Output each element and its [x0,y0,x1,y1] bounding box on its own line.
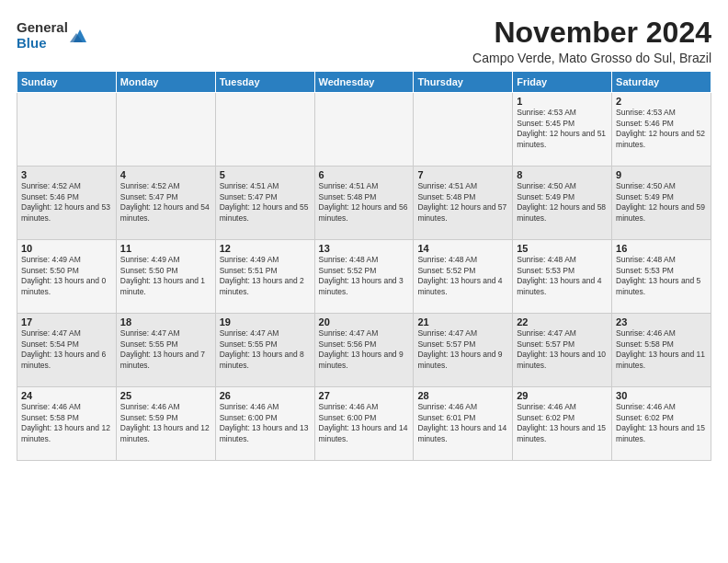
day-number: 10 [21,243,112,254]
table-row: 7Sunrise: 4:51 AMSunset: 5:48 PMDaylight… [414,167,513,240]
table-row: 4Sunrise: 4:52 AMSunset: 5:47 PMDaylight… [116,167,215,240]
calendar-week-1: 1Sunrise: 4:53 AMSunset: 5:45 PMDaylight… [17,93,711,167]
table-row: 21Sunrise: 4:47 AMSunset: 5:57 PMDayligh… [414,314,513,387]
col-tuesday: Tuesday [215,72,314,93]
table-row: 12Sunrise: 4:49 AMSunset: 5:51 PMDayligh… [215,240,314,314]
day-info: Sunrise: 4:46 AMSunset: 6:02 PMDaylight:… [517,402,608,444]
table-row: 19Sunrise: 4:47 AMSunset: 5:55 PMDayligh… [215,314,314,387]
day-number: 17 [21,316,112,327]
day-info: Sunrise: 4:46 AMSunset: 6:00 PMDaylight:… [220,402,311,444]
day-info: Sunrise: 4:53 AMSunset: 5:46 PMDaylight:… [616,108,707,150]
table-row: 5Sunrise: 4:51 AMSunset: 5:47 PMDaylight… [215,167,314,240]
day-number: 9 [616,169,707,180]
day-info: Sunrise: 4:51 AMSunset: 5:47 PMDaylight:… [220,181,311,224]
table-row: 1Sunrise: 4:53 AMSunset: 5:45 PMDaylight… [513,93,612,167]
day-number: 8 [517,169,608,180]
day-number: 15 [517,243,608,254]
table-row: 9Sunrise: 4:50 AMSunset: 5:49 PMDaylight… [612,167,711,240]
logo-blue: Blue [17,36,68,52]
day-info: Sunrise: 4:46 AMSunset: 6:01 PMDaylight:… [417,402,508,444]
table-row: 28Sunrise: 4:46 AMSunset: 6:01 PMDayligh… [414,387,513,461]
day-info: Sunrise: 4:52 AMSunset: 5:46 PMDaylight:… [21,181,112,224]
day-info: Sunrise: 4:46 AMSunset: 5:59 PMDaylight:… [120,402,211,444]
col-saturday: Saturday [612,72,711,93]
logo: General Blue [17,20,90,51]
day-number: 29 [517,390,608,401]
day-info: Sunrise: 4:51 AMSunset: 5:48 PMDaylight:… [319,181,410,224]
col-sunday: Sunday [17,72,117,93]
day-info: Sunrise: 4:46 AMSunset: 5:58 PMDaylight:… [21,402,112,444]
day-number: 2 [616,96,707,107]
table-row: 27Sunrise: 4:46 AMSunset: 6:00 PMDayligh… [314,387,414,461]
day-info: Sunrise: 4:51 AMSunset: 5:48 PMDaylight:… [417,181,508,224]
day-info: Sunrise: 4:47 AMSunset: 5:55 PMDaylight:… [120,328,211,371]
day-number: 11 [120,243,211,254]
table-row: 30Sunrise: 4:46 AMSunset: 6:02 PMDayligh… [612,387,711,461]
table-row [314,93,414,167]
table-row: 22Sunrise: 4:47 AMSunset: 5:57 PMDayligh… [513,314,612,387]
day-number: 20 [319,316,410,327]
day-info: Sunrise: 4:52 AMSunset: 5:47 PMDaylight:… [120,181,211,224]
table-row: 23Sunrise: 4:46 AMSunset: 5:58 PMDayligh… [612,314,711,387]
table-row: 14Sunrise: 4:48 AMSunset: 5:52 PMDayligh… [414,240,513,314]
table-row: 29Sunrise: 4:46 AMSunset: 6:02 PMDayligh… [513,387,612,461]
table-row: 17Sunrise: 4:47 AMSunset: 5:54 PMDayligh… [17,314,117,387]
day-info: Sunrise: 4:47 AMSunset: 5:55 PMDaylight:… [220,328,311,371]
table-row: 13Sunrise: 4:48 AMSunset: 5:52 PMDayligh… [314,240,414,314]
col-thursday: Thursday [414,72,513,93]
title-block: November 2024 Campo Verde, Mato Grosso d… [472,17,711,65]
day-info: Sunrise: 4:47 AMSunset: 5:57 PMDaylight:… [417,328,508,371]
day-number: 21 [417,316,508,327]
day-number: 13 [319,243,410,254]
table-row [17,93,117,167]
day-info: Sunrise: 4:47 AMSunset: 5:57 PMDaylight:… [517,328,608,371]
table-row: 8Sunrise: 4:50 AMSunset: 5:49 PMDaylight… [513,167,612,240]
table-row: 26Sunrise: 4:46 AMSunset: 6:00 PMDayligh… [215,387,314,461]
day-number: 30 [616,390,707,401]
table-row: 16Sunrise: 4:48 AMSunset: 5:53 PMDayligh… [612,240,711,314]
day-number: 25 [120,390,211,401]
day-info: Sunrise: 4:53 AMSunset: 5:45 PMDaylight:… [517,108,608,150]
day-info: Sunrise: 4:46 AMSunset: 5:58 PMDaylight:… [616,328,707,371]
table-row: 3Sunrise: 4:52 AMSunset: 5:46 PMDaylight… [17,167,117,240]
day-info: Sunrise: 4:47 AMSunset: 5:54 PMDaylight:… [21,328,112,371]
day-number: 23 [616,316,707,327]
calendar-week-3: 10Sunrise: 4:49 AMSunset: 5:50 PMDayligh… [17,240,711,314]
col-wednesday: Wednesday [314,72,414,93]
day-number: 5 [220,169,311,180]
day-info: Sunrise: 4:50 AMSunset: 5:49 PMDaylight:… [517,181,608,224]
table-row [215,93,314,167]
table-row: 25Sunrise: 4:46 AMSunset: 5:59 PMDayligh… [116,387,215,461]
day-number: 18 [120,316,211,327]
day-info: Sunrise: 4:49 AMSunset: 5:50 PMDaylight:… [120,255,211,297]
day-number: 27 [319,390,410,401]
table-row [414,93,513,167]
day-number: 6 [319,169,410,180]
table-row: 20Sunrise: 4:47 AMSunset: 5:56 PMDayligh… [314,314,414,387]
day-number: 7 [417,169,508,180]
day-info: Sunrise: 4:48 AMSunset: 5:53 PMDaylight:… [517,255,608,297]
col-friday: Friday [513,72,612,93]
table-row: 2Sunrise: 4:53 AMSunset: 5:46 PMDaylight… [612,93,711,167]
day-info: Sunrise: 4:49 AMSunset: 5:51 PMDaylight:… [220,255,311,297]
table-row: 18Sunrise: 4:47 AMSunset: 5:55 PMDayligh… [116,314,215,387]
day-number: 26 [220,390,311,401]
day-number: 12 [220,243,311,254]
day-number: 16 [616,243,707,254]
day-info: Sunrise: 4:48 AMSunset: 5:52 PMDaylight:… [417,255,508,297]
table-row: 10Sunrise: 4:49 AMSunset: 5:50 PMDayligh… [17,240,117,314]
day-info: Sunrise: 4:46 AMSunset: 6:02 PMDaylight:… [616,402,707,444]
day-info: Sunrise: 4:50 AMSunset: 5:49 PMDaylight:… [616,181,707,224]
page: General Blue November 2024 Campo Verde, … [0,0,728,563]
logo-icon [70,26,90,46]
day-info: Sunrise: 4:46 AMSunset: 6:00 PMDaylight:… [319,402,410,444]
day-info: Sunrise: 4:48 AMSunset: 5:53 PMDaylight:… [616,255,707,297]
calendar-week-2: 3Sunrise: 4:52 AMSunset: 5:46 PMDaylight… [17,167,711,240]
day-number: 28 [417,390,508,401]
calendar-header-row: Sunday Monday Tuesday Wednesday Thursday… [17,72,711,93]
table-row: 15Sunrise: 4:48 AMSunset: 5:53 PMDayligh… [513,240,612,314]
col-monday: Monday [116,72,215,93]
location: Campo Verde, Mato Grosso do Sul, Brazil [472,51,711,65]
header: General Blue November 2024 Campo Verde, … [17,17,711,65]
calendar-week-4: 17Sunrise: 4:47 AMSunset: 5:54 PMDayligh… [17,314,711,387]
